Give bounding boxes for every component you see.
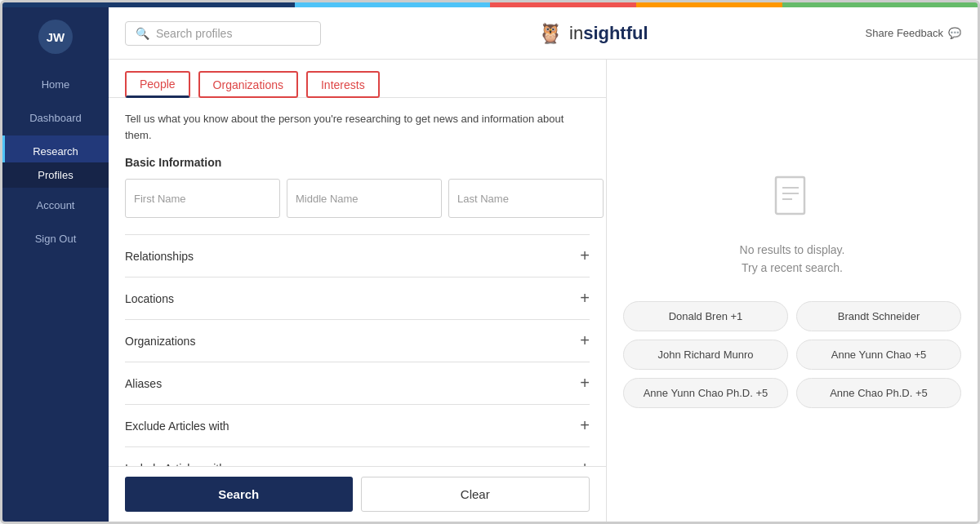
organizations-label: Organizations xyxy=(125,335,195,348)
sidebar-item-signout[interactable]: Sign Out xyxy=(2,223,109,255)
tabs-row: People Organizations Interests xyxy=(109,60,606,98)
sidebar-item-dashboard[interactable]: Dashboard xyxy=(2,102,109,134)
clear-button[interactable]: Clear xyxy=(361,477,590,512)
main-content: People Organizations Interests Tell us w… xyxy=(109,60,978,522)
bottom-buttons: Search Clear xyxy=(109,466,606,522)
aliases-row[interactable]: Aliases + xyxy=(125,362,590,404)
app-wrapper: JW Home Dashboard Research Profiles Acco… xyxy=(0,0,980,524)
locations-label: Locations xyxy=(125,292,174,305)
relationships-label: Relationships xyxy=(125,250,194,263)
feedback-icon: 💬 xyxy=(948,27,961,39)
search-icon: 🔍 xyxy=(136,27,149,40)
no-results-area: No results to display. Try a recent sear… xyxy=(740,173,845,278)
search-box[interactable]: 🔍 Search profiles xyxy=(125,21,321,46)
basic-info-title: Basic Information xyxy=(125,156,590,169)
header: 🔍 Search profiles 🦉 insightful Share Fee… xyxy=(109,7,978,60)
sidebar-item-account[interactable]: Account xyxy=(2,189,109,221)
recent-search-brandt-schneider[interactable]: Brandt Schneider xyxy=(796,301,961,331)
include-articles-row[interactable]: Include Articles with + xyxy=(125,446,590,466)
exclude-articles-expand-icon: + xyxy=(580,416,590,435)
header-logo: 🦉 insightful xyxy=(334,22,853,45)
logo-icon: 🦉 xyxy=(538,22,563,45)
middle-name-input[interactable] xyxy=(287,179,442,218)
recent-search-anne-yunn-chao5[interactable]: Anne Yunn Chao +5 xyxy=(796,340,961,370)
organizations-row[interactable]: Organizations + xyxy=(125,319,590,362)
last-name-input[interactable] xyxy=(448,179,604,218)
tab-interests[interactable]: Interests xyxy=(306,71,380,98)
include-articles-expand-icon: + xyxy=(580,459,590,466)
exclude-articles-row[interactable]: Exclude Articles with + xyxy=(125,404,590,446)
exclude-articles-label: Exclude Articles with xyxy=(125,420,229,433)
share-feedback-label: Share Feedback xyxy=(866,27,943,39)
organizations-expand-icon: + xyxy=(580,331,590,350)
form-scroll: Tell us what you know about the person y… xyxy=(109,98,606,466)
avatar: JW xyxy=(38,20,73,54)
sidebar-research-group: Research Profiles xyxy=(2,135,109,188)
search-button[interactable]: Search xyxy=(125,477,353,512)
right-panel: No results to display. Try a recent sear… xyxy=(607,60,978,522)
sidebar-nav: Home Dashboard Research Profiles Account… xyxy=(2,69,109,255)
recent-search-john-munro[interactable]: John Richard Munro xyxy=(623,340,788,370)
form-description: Tell us what you know about the person y… xyxy=(125,111,590,143)
sidebar-item-research[interactable]: Research xyxy=(2,135,109,162)
relationships-expand-icon: + xyxy=(580,246,590,265)
sidebar: JW Home Dashboard Research Profiles Acco… xyxy=(2,7,109,522)
recent-searches: Donald Bren +1 Brandt Schneider John Ric… xyxy=(623,301,961,408)
aliases-expand-icon: + xyxy=(580,374,590,393)
first-name-input[interactable] xyxy=(125,179,280,218)
sidebar-item-home[interactable]: Home xyxy=(2,69,109,100)
name-fields: Suffix None ▾ xyxy=(125,179,590,218)
logo-text: insightful xyxy=(569,23,648,44)
recent-search-anne-chao-phd[interactable]: Anne Chao Ph.D. +5 xyxy=(796,378,961,408)
recent-search-donald-bren[interactable]: Donald Bren +1 xyxy=(623,301,788,331)
locations-expand-icon: + xyxy=(580,289,590,308)
relationships-row[interactable]: Relationships + xyxy=(125,234,590,277)
no-results-icon xyxy=(768,173,817,231)
recent-search-anne-yunn-phd[interactable]: Anne Yunn Chao Ph.D. +5 xyxy=(623,378,788,408)
tab-organizations[interactable]: Organizations xyxy=(198,71,298,98)
no-results-text: No results to display. Try a recent sear… xyxy=(740,241,845,278)
share-feedback-button[interactable]: Share Feedback 💬 xyxy=(866,27,961,39)
content-area: 🔍 Search profiles 🦉 insightful Share Fee… xyxy=(109,7,978,522)
tab-people[interactable]: People xyxy=(125,71,190,98)
main-layout: JW Home Dashboard Research Profiles Acco… xyxy=(2,7,978,522)
aliases-label: Aliases xyxy=(125,377,162,390)
svg-rect-0 xyxy=(776,177,804,214)
sidebar-subitem-profiles[interactable]: Profiles xyxy=(2,162,109,188)
left-panel: People Organizations Interests Tell us w… xyxy=(109,60,607,522)
locations-row[interactable]: Locations + xyxy=(125,277,590,319)
search-profiles-input[interactable]: Search profiles xyxy=(156,27,232,40)
